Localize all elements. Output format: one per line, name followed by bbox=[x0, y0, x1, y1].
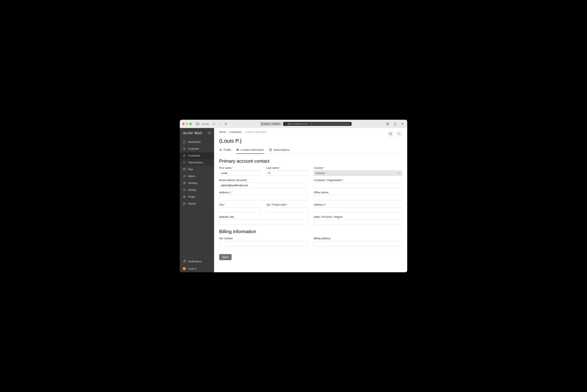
field-first-name: First name * bbox=[219, 166, 260, 176]
section-title-primary: Primary account contact bbox=[219, 158, 402, 164]
city-input[interactable] bbox=[219, 207, 260, 212]
report-icon bbox=[183, 202, 186, 205]
first-name-input[interactable] bbox=[219, 170, 260, 176]
search-icon bbox=[389, 132, 392, 135]
svg-line-25 bbox=[391, 134, 392, 135]
breadcrumb-separator: › bbox=[243, 131, 243, 133]
sidebar-item-setting[interactable]: Setting › bbox=[180, 186, 214, 193]
svg-line-33 bbox=[398, 134, 398, 135]
sidebar-item-label: Plugin bbox=[188, 195, 195, 198]
profile-icon bbox=[219, 148, 222, 151]
sidebar-item-label: Notifications bbox=[188, 260, 202, 263]
label-last-name: Last name * bbox=[266, 166, 308, 169]
window-zoom-button[interactable] bbox=[189, 123, 192, 125]
address1-input[interactable] bbox=[219, 195, 308, 200]
sidebar-item-subscriptions[interactable]: Subscriptions bbox=[180, 159, 214, 166]
sidebar-item-label: Customers bbox=[188, 154, 200, 157]
sidebar-item-plugin[interactable]: Plugin › bbox=[180, 193, 214, 200]
last-name-input[interactable] bbox=[266, 170, 308, 176]
sidebar-item-admin[interactable]: Admin › bbox=[180, 173, 214, 180]
browser-tab-active[interactable]: ✕ demo.acellemail.com/admin/customers/59… bbox=[283, 122, 352, 126]
svg-point-16 bbox=[184, 175, 185, 176]
sidebar-item-customers[interactable]: Customers bbox=[180, 152, 214, 159]
forward-button[interactable] bbox=[218, 122, 222, 126]
window-close-button[interactable] bbox=[182, 123, 184, 125]
label-state: State / Province / Region bbox=[314, 216, 402, 218]
sidebar-item-sending[interactable]: Sending › bbox=[180, 180, 214, 186]
state-input[interactable] bbox=[314, 220, 402, 225]
chevron-right-icon: › bbox=[211, 203, 211, 205]
label-office-phone: Office phone bbox=[314, 191, 402, 194]
user-icon bbox=[183, 147, 186, 150]
tabs: Profile Contact information Subscription… bbox=[214, 146, 407, 154]
field-state: State / Province / Region bbox=[314, 216, 402, 225]
field-office-phone: Office phone bbox=[314, 191, 402, 200]
sidebar-item-user[interactable]: Louis P. › bbox=[180, 265, 214, 272]
theme-button[interactable] bbox=[396, 130, 402, 137]
browser-tab-inactive[interactable]: M Demo - Acelle E... bbox=[260, 122, 281, 126]
sun-icon bbox=[397, 132, 401, 136]
search-button[interactable] bbox=[387, 130, 394, 137]
tax-input[interactable] bbox=[219, 241, 308, 246]
field-company: Company / Organization * bbox=[314, 179, 402, 188]
sidebar-collapse-icon[interactable] bbox=[208, 132, 211, 134]
svg-point-18 bbox=[184, 190, 185, 190]
sidebar-toggle-icon[interactable] bbox=[195, 122, 200, 126]
save-button[interactable]: Save bbox=[219, 254, 232, 260]
home-icon bbox=[183, 140, 186, 144]
favicon-icon: M bbox=[262, 122, 263, 125]
breadcrumb-home[interactable]: Home bbox=[219, 130, 226, 134]
tab-subscriptions[interactable]: Subscriptions bbox=[269, 146, 290, 154]
main-content: Home › Customers › Contact information (… bbox=[214, 128, 407, 272]
svg-line-32 bbox=[400, 134, 400, 135]
notification-dot bbox=[184, 260, 186, 261]
breadcrumb-customers[interactable]: Customers bbox=[229, 130, 242, 134]
reload-button[interactable] bbox=[223, 122, 228, 126]
website-input[interactable] bbox=[219, 220, 308, 225]
sidebar-item-customer[interactable]: Customer ⌄ bbox=[180, 145, 214, 152]
svg-rect-14 bbox=[183, 168, 185, 170]
address2-input[interactable] bbox=[314, 207, 402, 212]
office-phone-input[interactable] bbox=[314, 195, 402, 200]
tab-label: Contact information bbox=[241, 148, 264, 151]
back-button[interactable] bbox=[212, 122, 216, 126]
field-last-name: Last name * bbox=[266, 166, 308, 176]
new-tab-icon[interactable] bbox=[400, 122, 405, 126]
label-billing-address: Billing address bbox=[314, 237, 402, 240]
svg-point-37 bbox=[237, 149, 237, 150]
company-input[interactable] bbox=[314, 183, 402, 188]
billing-address-input[interactable] bbox=[314, 241, 402, 246]
chevron-right-icon: › bbox=[211, 168, 211, 170]
sidebar-item-plan[interactable]: Plan › bbox=[180, 166, 214, 173]
svg-point-12 bbox=[184, 148, 185, 149]
send-icon bbox=[183, 182, 186, 185]
field-email: Email address (at work) * bbox=[219, 179, 308, 188]
url-path: /admin/customers/596731a264a11/contact bbox=[309, 122, 350, 125]
chevron-right-icon: › bbox=[211, 189, 211, 191]
sidebar-item-report[interactable]: Report › bbox=[180, 200, 214, 207]
sidebar-item-notifications[interactable]: Notifications › bbox=[180, 258, 214, 265]
zip-input[interactable] bbox=[266, 207, 308, 212]
country-value: Choose bbox=[316, 172, 325, 174]
tab-profile[interactable]: Profile bbox=[219, 146, 231, 154]
tab-label: Subscriptions bbox=[273, 148, 290, 151]
field-website: Website URL bbox=[219, 216, 308, 225]
svg-point-35 bbox=[220, 149, 221, 150]
email-input[interactable] bbox=[219, 183, 308, 188]
field-address2: Address 2 bbox=[314, 203, 402, 212]
download-icon[interactable] bbox=[385, 122, 390, 126]
sidebar-item-label: Report bbox=[188, 202, 196, 205]
svg-line-34 bbox=[400, 133, 400, 133]
tab-contact[interactable]: Contact information bbox=[236, 146, 264, 154]
share-icon[interactable] bbox=[393, 122, 398, 126]
top-actions bbox=[387, 130, 402, 137]
window-minimize-button[interactable] bbox=[186, 123, 188, 125]
section-title-billing: Billing information bbox=[219, 229, 402, 234]
field-city: City * bbox=[219, 203, 260, 212]
refresh-icon bbox=[183, 161, 186, 164]
label-city: City * bbox=[219, 203, 260, 206]
chevron-down-icon: ▼ bbox=[398, 172, 400, 174]
sidebar-item-label: Sending bbox=[188, 182, 197, 184]
sidebar-item-dashboard[interactable]: Dashboard bbox=[180, 138, 214, 145]
country-select[interactable]: Choose ▼ bbox=[314, 170, 402, 176]
